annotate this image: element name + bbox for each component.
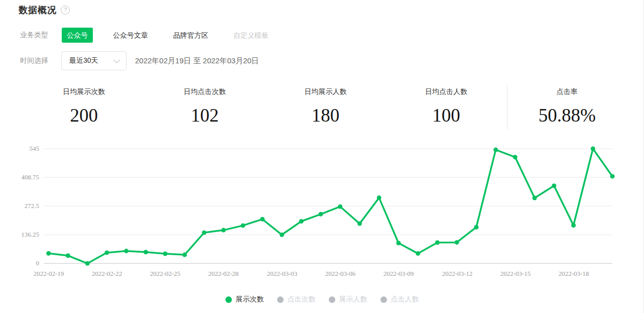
legend-label: 展示次数 xyxy=(236,295,264,304)
y-axis-label: 0 xyxy=(8,259,39,267)
date-range-select-value: 最近30天 xyxy=(62,56,98,65)
chart-legend: 展示次数 点击次数 展示人数 点击人数 xyxy=(0,295,644,304)
stat-label: 日均展示次数 xyxy=(24,87,145,96)
x-axis-label: 2022-02-28 xyxy=(201,270,246,278)
tab-official-account[interactable]: 公众号 xyxy=(62,28,93,43)
stat-value: 200 xyxy=(24,105,145,126)
legend-item-click-users[interactable]: 点击人数 xyxy=(380,295,419,304)
legend-dot-icon xyxy=(380,296,387,303)
stat-card-avg-click-users: 日均点击人数 100 xyxy=(386,83,507,126)
legend-label: 点击次数 xyxy=(288,295,316,304)
x-axis-label: 2022-03-18 xyxy=(551,270,596,278)
help-icon[interactable]: ? xyxy=(61,6,70,15)
legend-dot-icon xyxy=(225,296,232,303)
stat-card-avg-clicks: 日均点击次数 102 xyxy=(145,83,266,126)
chevron-down-icon xyxy=(113,57,120,63)
time-row: 时间选择 最近30天 2022年02月19日 至 2022年03月20日 xyxy=(20,51,259,70)
tab-brand-zone[interactable]: 品牌官方区 xyxy=(168,28,213,43)
y-axis-label: 136.25 xyxy=(8,231,39,239)
y-axis-label: 545 xyxy=(8,145,39,153)
business-type-label: 业务类型 xyxy=(20,31,48,40)
stats-row: 日均展示次数 200 日均点击次数 102 日均展示人数 180 日均点击人数 … xyxy=(24,83,627,126)
stat-label: 日均展示人数 xyxy=(265,87,386,96)
x-axis-label: 2022-03-06 xyxy=(318,270,363,278)
x-axis-label: 2022-03-15 xyxy=(493,270,538,278)
trend-chart-svg xyxy=(0,142,644,269)
time-select-label: 时间选择 xyxy=(20,56,48,65)
stat-card-avg-impressions: 日均展示次数 200 xyxy=(24,83,145,126)
legend-label: 点击人数 xyxy=(391,295,419,304)
x-axis-label: 2022-02-19 xyxy=(26,270,71,278)
tab-official-account-article[interactable]: 公众号文章 xyxy=(108,28,153,43)
x-axis-label: 2022-03-12 xyxy=(435,270,480,278)
stat-card-ctr: 点击率 50.88% xyxy=(506,83,627,126)
page-header: 数据概况 ? xyxy=(19,4,70,16)
stat-value: 50.88% xyxy=(506,105,627,126)
x-axis-label: 2022-03-03 xyxy=(260,270,305,278)
page-title: 数据概况 xyxy=(19,4,57,16)
legend-dot-icon xyxy=(277,296,284,303)
y-axis-label: 272.5 xyxy=(8,202,39,210)
legend-label: 展示人数 xyxy=(339,295,367,304)
stat-label: 日均点击人数 xyxy=(386,87,507,96)
stats-divider xyxy=(507,85,507,130)
legend-dot-icon xyxy=(329,296,335,303)
tab-custom-template[interactable]: 自定义模板 xyxy=(228,28,274,43)
stat-label: 日均点击次数 xyxy=(145,87,266,96)
x-axis-label: 2022-03-09 xyxy=(376,270,421,278)
legend-item-clicks[interactable]: 点击次数 xyxy=(277,295,316,304)
tabs-row: 业务类型 公众号 公众号文章 品牌官方区 自定义模板 xyxy=(20,28,289,43)
x-axis-label: 2022-02-22 xyxy=(84,270,130,278)
stat-card-avg-impression-users: 日均展示人数 180 xyxy=(265,83,386,126)
stat-value: 100 xyxy=(386,105,507,126)
stat-label: 点击率 xyxy=(506,87,627,96)
stat-value: 180 xyxy=(265,105,386,126)
date-range-text: 2022年02月19日 至 2022年03月20日 xyxy=(135,56,259,66)
x-axis-label: 2022-02-25 xyxy=(143,270,188,278)
legend-item-impression-users[interactable]: 展示人数 xyxy=(329,295,367,304)
date-range-select[interactable]: 最近30天 xyxy=(61,51,126,70)
stat-value: 102 xyxy=(145,105,266,126)
legend-item-impressions[interactable]: 展示次数 xyxy=(225,295,264,304)
y-axis-label: 408.75 xyxy=(8,173,39,181)
